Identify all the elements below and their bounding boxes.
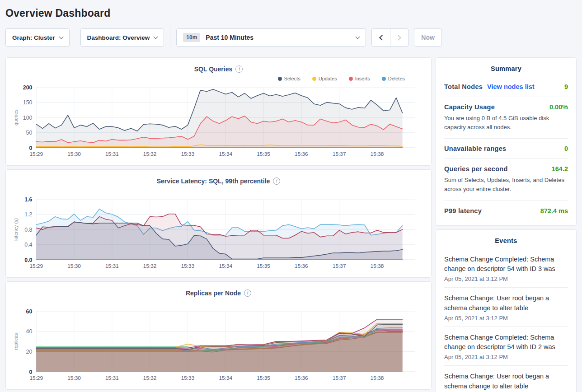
side-column: Summary Total Nodes View nodes list 9 Ca…: [436, 57, 577, 392]
summary-label: Total Nodes: [444, 83, 483, 90]
svg-text:15:30: 15:30: [67, 263, 81, 269]
svg-text:0.0: 0.0: [24, 257, 32, 263]
legend-dot-icon: [349, 77, 353, 81]
time-range-picker[interactable]: 10m Past 10 Minutes: [176, 28, 366, 47]
chart-title-row: Service Latency: SQL, 99th percentile: [11, 176, 426, 186]
info-icon[interactable]: [235, 65, 243, 73]
chevron-down-icon: [59, 34, 63, 39]
summary-value: 0: [564, 145, 568, 152]
event-item: Schema Change: User root began a schema …: [444, 288, 568, 327]
legend-item-deletes[interactable]: Deletes: [382, 76, 405, 81]
svg-text:15:29: 15:29: [29, 263, 43, 269]
svg-text:15:31: 15:31: [105, 151, 119, 157]
summary-label: Unavailable ranges: [444, 145, 506, 152]
svg-text:15:36: 15:36: [295, 263, 308, 269]
toolbar: Graph: Cluster Dashboard: Overview 10m P…: [5, 28, 577, 47]
svg-text:15:34: 15:34: [219, 151, 232, 157]
svg-text:15:34: 15:34: [219, 263, 232, 269]
chart-legend: SelectsUpdatesInsertsDeletes: [11, 74, 426, 83]
summary-value: 164.2: [552, 165, 568, 173]
service-latency-chart: 0.00.40.81.21.615:2915:3015:3115:3215:33…: [11, 195, 426, 272]
toolbar-divider: [170, 28, 170, 47]
svg-text:15:36: 15:36: [295, 375, 308, 381]
svg-text:15:33: 15:33: [181, 263, 195, 269]
legend-dot-icon: [312, 77, 316, 81]
svg-text:15:29: 15:29: [29, 151, 43, 157]
svg-text:40: 40: [26, 328, 33, 335]
summary-row-total-nodes: Total Nodes View nodes list 9: [444, 77, 568, 97]
svg-text:15:33: 15:33: [181, 375, 195, 381]
legend-item-updates[interactable]: Updates: [312, 76, 337, 81]
legend-spacer: [11, 186, 426, 195]
svg-text:15:32: 15:32: [143, 263, 157, 269]
time-range-badge: 10m: [183, 33, 200, 42]
summary-value: 872.4 ms: [540, 207, 568, 215]
svg-text:200: 200: [23, 84, 33, 91]
legend-label: Updates: [319, 76, 337, 81]
replicas-per-node-chart: 020406015:2915:3015:3115:3215:3315:3415:…: [11, 307, 426, 384]
summary-row-queries-per-second: Queries per second 164.2 Sum of Selects,…: [444, 159, 568, 201]
event-item: Schema Change: User root began a schema …: [444, 366, 568, 392]
svg-text:15:37: 15:37: [333, 263, 346, 269]
svg-text:15:38: 15:38: [371, 263, 384, 269]
legend-label: Inserts: [355, 76, 370, 81]
chart-title: Replicas per Node: [186, 289, 241, 297]
svg-text:15:35: 15:35: [257, 263, 270, 269]
svg-text:15:37: 15:37: [333, 151, 346, 157]
event-text: Schema Change Completed: Schema change o…: [444, 255, 568, 275]
summary-label: P99 latency: [444, 207, 482, 215]
legend-label: Selects: [284, 76, 300, 81]
svg-text:15:35: 15:35: [257, 151, 270, 157]
time-next-button[interactable]: [390, 29, 408, 46]
svg-text:0: 0: [29, 145, 32, 151]
svg-text:15:29: 15:29: [29, 375, 43, 381]
event-text: Schema Change: User root began a schema …: [444, 372, 568, 392]
events-title: Events: [444, 237, 568, 244]
event-item: Schema Change Completed: Schema change o…: [444, 249, 568, 288]
chart-title-row: Replicas per Node: [11, 288, 426, 298]
sql-queries-chart-card: SQL Queries SelectsUpdatesInsertsDeletes…: [5, 57, 432, 166]
time-prev-button[interactable]: [372, 29, 390, 46]
summary-value: 9: [564, 83, 568, 90]
page-title: Overview Dashboard: [5, 7, 577, 19]
svg-text:150: 150: [23, 99, 33, 106]
chart-title: SQL Queries: [194, 65, 233, 73]
summary-value: 0.00%: [549, 103, 568, 111]
summary-description: You are using 0 B of 4.5 GiB usable disk…: [444, 114, 568, 132]
svg-text:15:38: 15:38: [371, 375, 384, 381]
graph-dropdown[interactable]: Graph: Cluster: [5, 28, 70, 47]
legend-item-inserts[interactable]: Inserts: [349, 76, 370, 81]
event-text: Schema Change Completed: Schema change o…: [444, 333, 568, 353]
svg-text:60: 60: [26, 308, 33, 315]
svg-text:0: 0: [29, 369, 32, 375]
info-icon[interactable]: [273, 177, 280, 185]
event-timestamp: Apr 05, 2021 at 3:12 PM: [444, 315, 568, 322]
chart-title-row: SQL Queries: [11, 64, 426, 74]
legend-label: Deletes: [388, 76, 405, 81]
svg-text:latency (s): latency (s): [13, 218, 19, 241]
service-latency-chart-card: Service Latency: SQL, 99th percentile 0.…: [5, 169, 432, 278]
graph-dropdown-label: Graph: Cluster: [12, 34, 55, 41]
summary-label: Queries per second: [444, 165, 508, 173]
event-timestamp: Apr 05, 2021 at 3:12 PM: [444, 275, 568, 282]
svg-text:100: 100: [23, 115, 33, 121]
svg-text:15:31: 15:31: [105, 263, 119, 269]
svg-text:15:31: 15:31: [105, 375, 119, 381]
info-icon[interactable]: [244, 289, 251, 297]
chevron-left-icon: [379, 35, 385, 41]
legend-item-selects[interactable]: Selects: [278, 76, 300, 81]
summary-title: Summary: [444, 65, 568, 72]
now-button[interactable]: Now: [414, 28, 442, 47]
legend-dot-icon: [382, 77, 386, 81]
svg-text:15:34: 15:34: [219, 375, 232, 381]
time-step-buttons: [371, 28, 408, 47]
svg-text:15:30: 15:30: [67, 151, 81, 157]
svg-text:15:37: 15:37: [333, 375, 346, 381]
chevron-down-icon: [154, 34, 158, 39]
event-text: Schema Change: User root began a schema …: [444, 294, 568, 313]
view-nodes-list-link[interactable]: View nodes list: [487, 83, 535, 90]
dashboard-dropdown[interactable]: Dashboard: Overview: [80, 28, 164, 47]
chart-title: Service Latency: SQL, 99th percentile: [157, 177, 270, 185]
svg-text:15:36: 15:36: [295, 151, 308, 157]
svg-text:20: 20: [26, 349, 33, 355]
